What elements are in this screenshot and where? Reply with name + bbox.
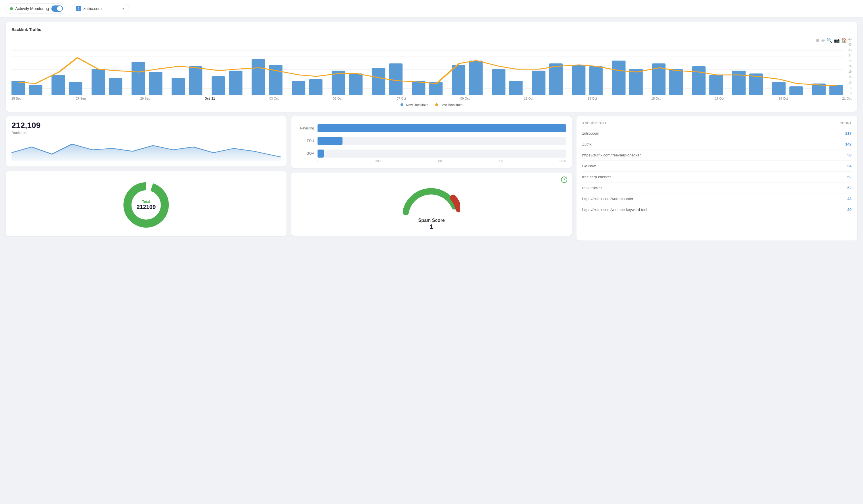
svg-rect-33 [669,69,683,95]
svg-rect-27 [549,63,563,95]
anchor-count-6[interactable]: 52 [848,186,851,190]
donut-card: Total 212109 [6,171,287,236]
chart-legend: New Backlinks Lost Backlinks [12,103,851,107]
svg-rect-22 [452,65,465,95]
anchor-text-2: Zutrix [582,142,592,147]
anchor-text-7: https://zutrix.com/word-counter [582,197,633,201]
svg-rect-15 [309,79,322,95]
left-column: 212,109 Backlinks [6,116,287,236]
anchor-row-5: free serp checker 52 [582,172,851,182]
anchor-count-3[interactable]: 58 [848,153,851,157]
svg-rect-12 [252,59,265,95]
bar-row-gov: GOV [297,150,566,158]
bar-row-referring: Referring [297,124,566,132]
backlink-traffic-title: Backlink Traffic [12,27,851,32]
anchor-text-8: https://zutrix.com/youtube-keyword-tool [582,207,647,212]
bar-row-edu: EDU [297,137,566,145]
backlink-traffic-card: Backlink Traffic ⊕ ⊖ 🔍 📷 🏠 ≡ [6,22,857,112]
x-label-10: 13 Oct [588,97,597,100]
anchor-row-7: https://zutrix.com/word-counter 43 [582,193,851,204]
legend-new-backlinks: New Backlinks [400,103,428,107]
svg-rect-4 [91,69,105,95]
svg-rect-41 [829,85,843,95]
gauge-svg [403,180,460,215]
backlink-chart-svg [12,38,843,95]
bottom-section: 212,109 Backlinks [6,116,857,240]
bar-x-labels: 0 300 600 900 1200 [297,159,566,163]
anchor-header: ANCHOR TEXT COUNT [582,122,851,128]
bar-label-referring: Referring [297,126,314,130]
monitoring-toggle[interactable] [51,5,63,12]
lost-backlinks-dot [435,103,438,106]
svg-rect-9 [189,66,202,95]
x-label-13: 19 Oct [779,97,788,100]
referring-chart-card: Referring EDU GOV [291,116,572,168]
spam-title: Spam Score [418,218,445,223]
middle-column: Referring EDU GOV [291,116,572,236]
sparkline-svg [12,138,281,161]
anchor-row-8: https://zutrix.com/youtube-keyword-tool … [582,204,851,215]
chevron-down-icon: ▼ [122,7,125,10]
anchor-count-7[interactable]: 43 [848,197,851,201]
domain-selector[interactable]: ⟩ zutrix.com ▼ [72,4,129,13]
monitoring-label: Actively Monitoring [15,6,49,11]
svg-rect-5 [109,78,122,95]
svg-rect-39 [789,86,803,95]
anchor-text-1: zutrix.com [582,131,599,136]
anchor-row-6: rank tracker 52 [582,182,851,193]
new-backlinks-dot [400,103,403,106]
svg-rect-26 [532,71,546,95]
svg-rect-3 [69,82,83,95]
backlinks-stat-card: 212,109 Backlinks [6,116,287,166]
domain-icon: ⟩ [76,6,81,11]
monitoring-badge[interactable]: Actively Monitoring [6,3,67,14]
x-label-3: 29 Sep [140,97,150,100]
svg-rect-24 [492,69,505,95]
svg-rect-23 [469,61,483,95]
sparkline-container [12,138,281,161]
anchor-row-2: Zutrix 142 [582,139,851,150]
anchor-col-header: ANCHOR TEXT [582,122,606,125]
anchor-row-3: https://zutrix.com/free-serp-checker 58 [582,150,851,161]
anchor-count-2[interactable]: 142 [845,142,851,147]
svg-rect-36 [732,71,746,95]
svg-rect-31 [629,69,643,95]
svg-rect-35 [709,75,723,95]
svg-rect-25 [509,81,523,95]
backlinks-count: 212,109 [12,122,281,129]
svg-rect-34 [692,66,705,95]
x-label-9: 11 Oct [524,97,533,100]
bar-fill-gov [317,150,324,158]
x-label-7: 07 Oct [397,97,406,100]
svg-rect-8 [172,78,185,95]
help-icon[interactable]: ? [561,177,567,183]
x-label-14: 21 Oct [842,97,851,100]
bar-label-edu: EDU [297,139,314,143]
top-bar: Actively Monitoring ⟩ zutrix.com ▼ [0,0,863,17]
bar-track-edu [317,137,566,145]
anchor-count-8[interactable]: 39 [848,207,851,212]
svg-rect-7 [149,72,162,95]
donut-center: Total 212109 [137,200,156,210]
anchor-count-5[interactable]: 52 [848,175,851,179]
spam-value: 1 [430,223,433,230]
count-col-header: COUNT [839,122,851,125]
anchor-text-card: ANCHOR TEXT COUNT zutrix.com 217 Zutrix … [576,116,857,240]
domain-name: zutrix.com [84,6,102,11]
svg-rect-1 [29,85,42,95]
anchor-text-4: Go Now [582,164,596,168]
legend-lost-backlinks: Lost Backlinks [435,103,463,107]
anchor-text-3: https://zutrix.com/free-serp-checker [582,153,641,157]
x-label-5: 03 Oct [269,97,278,100]
svg-rect-17 [349,74,363,95]
bar-fill-edu [317,137,342,145]
x-label-11: 15 Oct [651,97,660,100]
backlinks-label: Backlinks [12,130,281,135]
x-label-8: 09 Oct [460,97,470,100]
chart-y-axis: 4843383429 2419141050 [848,38,851,95]
spam-score-card: ? Spam Score 1 [291,173,572,236]
backlink-chart-container: ⊕ ⊖ 🔍 📷 🏠 ≡ 4843383429 [12,38,851,106]
anchor-count-1[interactable]: 217 [845,131,851,136]
svg-rect-14 [292,81,305,95]
anchor-count-4[interactable]: 54 [848,164,851,168]
